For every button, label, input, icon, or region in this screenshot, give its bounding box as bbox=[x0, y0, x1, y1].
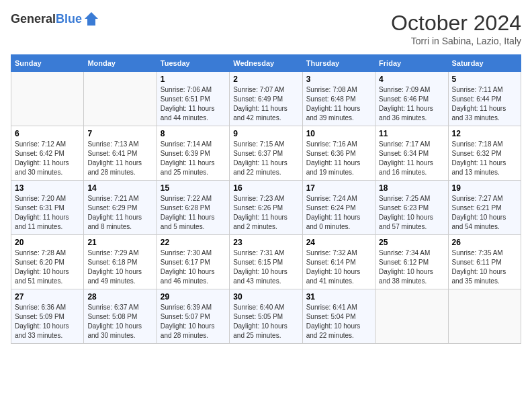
calendar-cell: 4 Sunrise: 7:09 AM Sunset: 6:46 PM Dayli… bbox=[375, 72, 448, 126]
day-number: 29 bbox=[161, 292, 226, 302]
day-number: 26 bbox=[452, 238, 517, 247]
day-info: Sunrise: 7:27 AM Sunset: 6:21 PM Dayligh… bbox=[452, 194, 517, 232]
daylight: Daylight: 11 hours and 0 minutes. bbox=[306, 214, 361, 230]
col-friday: Friday bbox=[375, 55, 448, 72]
daylight: Daylight: 11 hours and 44 minutes. bbox=[161, 105, 215, 122]
day-info: Sunrise: 7:17 AM Sunset: 6:34 PM Dayligh… bbox=[379, 140, 444, 177]
calendar-cell: 30 Sunrise: 6:40 AM Sunset: 5:05 PM Dayl… bbox=[230, 289, 302, 344]
daylight: Daylight: 11 hours and 5 minutes. bbox=[161, 214, 215, 230]
day-info: Sunrise: 7:28 AM Sunset: 6:20 PM Dayligh… bbox=[15, 248, 80, 286]
header-row: Sunday Monday Tuesday Wednesday Thursday… bbox=[11, 55, 521, 72]
calendar-cell: 15 Sunrise: 7:22 AM Sunset: 6:28 PM Dayl… bbox=[157, 181, 229, 235]
day-info: Sunrise: 7:11 AM Sunset: 6:44 PM Dayligh… bbox=[452, 85, 517, 123]
day-number: 30 bbox=[233, 292, 298, 302]
day-info: Sunrise: 7:21 AM Sunset: 6:29 PM Dayligh… bbox=[87, 194, 152, 232]
calendar-cell: 27 Sunrise: 6:36 AM Sunset: 5:09 PM Dayl… bbox=[11, 289, 84, 344]
day-number: 14 bbox=[87, 183, 152, 193]
col-tuesday: Tuesday bbox=[157, 55, 229, 72]
sunrise: Sunrise: 7:35 AM bbox=[452, 249, 503, 257]
daylight: Daylight: 11 hours and 33 minutes. bbox=[452, 105, 506, 122]
sunrise: Sunrise: 7:30 AM bbox=[161, 249, 212, 257]
month-title: October 2024 bbox=[391, 11, 521, 36]
sunset: Sunset: 6:32 PM bbox=[452, 150, 502, 157]
day-number: 17 bbox=[306, 183, 371, 193]
calendar-cell: 12 Sunrise: 7:18 AM Sunset: 6:32 PM Dayl… bbox=[448, 126, 521, 181]
sunset: Sunset: 6:51 PM bbox=[161, 95, 210, 103]
calendar-cell bbox=[375, 289, 448, 344]
day-number: 15 bbox=[161, 183, 226, 193]
sunset: Sunset: 6:29 PM bbox=[87, 204, 137, 212]
day-info: Sunrise: 7:06 AM Sunset: 6:51 PM Dayligh… bbox=[161, 85, 226, 123]
calendar-cell: 16 Sunrise: 7:23 AM Sunset: 6:26 PM Dayl… bbox=[230, 181, 302, 235]
sunrise: Sunrise: 7:21 AM bbox=[87, 195, 138, 202]
col-saturday: Saturday bbox=[448, 55, 521, 72]
daylight: Daylight: 11 hours and 30 minutes. bbox=[15, 159, 69, 176]
day-number: 19 bbox=[452, 183, 517, 193]
sunset: Sunset: 6:44 PM bbox=[452, 95, 502, 103]
sunrise: Sunrise: 6:36 AM bbox=[15, 304, 66, 311]
week-row-5: 27 Sunrise: 6:36 AM Sunset: 5:09 PM Dayl… bbox=[11, 289, 521, 344]
title-block: October 2024 Torri in Sabina, Lazio, Ita… bbox=[391, 11, 521, 46]
day-info: Sunrise: 7:18 AM Sunset: 6:32 PM Dayligh… bbox=[452, 140, 517, 177]
calendar-cell: 21 Sunrise: 7:29 AM Sunset: 6:18 PM Dayl… bbox=[84, 235, 157, 289]
daylight: Daylight: 10 hours and 43 minutes. bbox=[233, 268, 287, 285]
daylight: Daylight: 11 hours and 36 minutes. bbox=[379, 105, 433, 122]
day-info: Sunrise: 7:07 AM Sunset: 6:49 PM Dayligh… bbox=[233, 85, 298, 123]
sunrise: Sunrise: 7:15 AM bbox=[233, 140, 284, 148]
sunrise: Sunrise: 7:28 AM bbox=[15, 249, 66, 257]
calendar-cell: 26 Sunrise: 7:35 AM Sunset: 6:11 PM Dayl… bbox=[448, 235, 521, 289]
calendar-cell bbox=[11, 72, 84, 126]
sunset: Sunset: 6:20 PM bbox=[15, 259, 64, 266]
daylight: Daylight: 10 hours and 30 minutes. bbox=[87, 322, 142, 339]
day-info: Sunrise: 7:23 AM Sunset: 6:26 PM Dayligh… bbox=[233, 194, 298, 232]
day-info: Sunrise: 7:12 AM Sunset: 6:42 PM Dayligh… bbox=[15, 140, 80, 177]
calendar-cell bbox=[448, 289, 521, 344]
day-number: 10 bbox=[306, 129, 371, 138]
day-info: Sunrise: 7:16 AM Sunset: 6:36 PM Dayligh… bbox=[306, 140, 371, 177]
sunrise: Sunrise: 7:29 AM bbox=[87, 249, 138, 257]
day-number: 28 bbox=[87, 292, 152, 302]
daylight: Daylight: 10 hours and 51 minutes. bbox=[15, 268, 69, 285]
day-number: 9 bbox=[233, 129, 298, 138]
calendar-cell: 31 Sunrise: 6:41 AM Sunset: 5:04 PM Dayl… bbox=[302, 289, 375, 344]
day-info: Sunrise: 6:39 AM Sunset: 5:07 PM Dayligh… bbox=[161, 303, 226, 340]
daylight: Daylight: 11 hours and 16 minutes. bbox=[379, 159, 433, 176]
daylight: Daylight: 11 hours and 8 minutes. bbox=[87, 214, 142, 230]
sunrise: Sunrise: 7:22 AM bbox=[161, 195, 212, 202]
daylight: Daylight: 10 hours and 54 minutes. bbox=[452, 214, 506, 230]
sunset: Sunset: 6:37 PM bbox=[233, 150, 283, 157]
day-number: 6 bbox=[15, 129, 80, 138]
col-sunday: Sunday bbox=[11, 55, 84, 72]
day-number: 16 bbox=[233, 183, 298, 193]
calendar-cell: 6 Sunrise: 7:12 AM Sunset: 6:42 PM Dayli… bbox=[11, 126, 84, 181]
day-info: Sunrise: 7:09 AM Sunset: 6:46 PM Dayligh… bbox=[379, 85, 444, 123]
day-number: 27 bbox=[15, 292, 80, 302]
calendar-cell: 23 Sunrise: 7:31 AM Sunset: 6:15 PM Dayl… bbox=[230, 235, 302, 289]
day-info: Sunrise: 7:13 AM Sunset: 6:41 PM Dayligh… bbox=[87, 140, 152, 177]
calendar-cell: 17 Sunrise: 7:24 AM Sunset: 6:24 PM Dayl… bbox=[302, 181, 375, 235]
sunset: Sunset: 6:49 PM bbox=[233, 95, 283, 103]
calendar-cell: 10 Sunrise: 7:16 AM Sunset: 6:36 PM Dayl… bbox=[302, 126, 375, 181]
daylight: Daylight: 10 hours and 33 minutes. bbox=[15, 322, 69, 339]
day-number: 2 bbox=[233, 75, 298, 84]
sunset: Sunset: 5:08 PM bbox=[87, 313, 137, 320]
day-number: 31 bbox=[306, 292, 371, 302]
day-info: Sunrise: 7:15 AM Sunset: 6:37 PM Dayligh… bbox=[233, 140, 298, 177]
daylight: Daylight: 11 hours and 11 minutes. bbox=[15, 214, 69, 230]
day-number: 12 bbox=[452, 129, 517, 138]
calendar-cell: 18 Sunrise: 7:25 AM Sunset: 6:23 PM Dayl… bbox=[375, 181, 448, 235]
sunrise: Sunrise: 7:08 AM bbox=[306, 86, 357, 93]
sunrise: Sunrise: 7:06 AM bbox=[161, 86, 212, 93]
day-info: Sunrise: 7:30 AM Sunset: 6:17 PM Dayligh… bbox=[161, 248, 226, 286]
calendar-cell: 13 Sunrise: 7:20 AM Sunset: 6:31 PM Dayl… bbox=[11, 181, 84, 235]
sunset: Sunset: 6:36 PM bbox=[306, 150, 356, 157]
logo-icon bbox=[83, 11, 99, 27]
sunrise: Sunrise: 7:07 AM bbox=[233, 86, 284, 93]
calendar-cell: 2 Sunrise: 7:07 AM Sunset: 6:49 PM Dayli… bbox=[230, 72, 302, 126]
sunrise: Sunrise: 7:27 AM bbox=[452, 195, 503, 202]
sunset: Sunset: 6:28 PM bbox=[161, 204, 210, 212]
day-number: 25 bbox=[379, 238, 444, 247]
daylight: Daylight: 10 hours and 41 minutes. bbox=[306, 268, 361, 285]
day-info: Sunrise: 7:34 AM Sunset: 6:12 PM Dayligh… bbox=[379, 248, 444, 286]
week-row-4: 20 Sunrise: 7:28 AM Sunset: 6:20 PM Dayl… bbox=[11, 235, 521, 289]
